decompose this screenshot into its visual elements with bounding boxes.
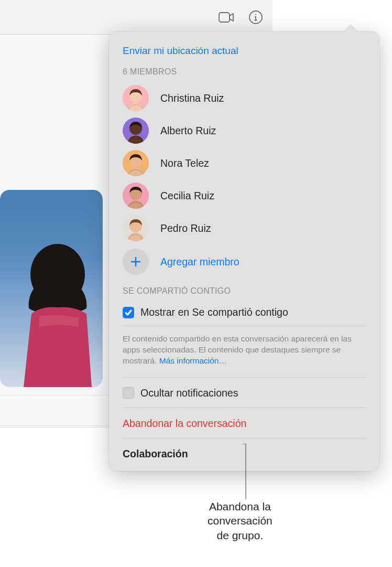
info-icon[interactable] bbox=[247, 9, 264, 26]
leave-conversation-row: Abandonar la conversación bbox=[123, 408, 366, 438]
show-in-shared-row[interactable]: Mostrar en Se compartió contigo bbox=[123, 301, 366, 326]
chat-toolbar bbox=[0, 0, 273, 35]
shared-header: SE COMPARTIÓ CONTIGO bbox=[123, 286, 366, 301]
show-in-shared-label: Mostrar en Se compartió contigo bbox=[140, 306, 288, 318]
popover-arrow bbox=[344, 25, 357, 32]
avatar bbox=[123, 117, 149, 144]
divider bbox=[0, 425, 119, 426]
member-row[interactable]: Alberto Ruiz bbox=[123, 114, 366, 147]
video-call-icon[interactable] bbox=[218, 9, 235, 26]
member-row[interactable]: Christina Ruiz bbox=[123, 82, 366, 114]
silhouette-icon bbox=[16, 224, 100, 387]
hide-notifications-row[interactable]: Ocultar notificaciones bbox=[123, 377, 366, 408]
hide-notifications-label: Ocultar notificaciones bbox=[140, 387, 238, 399]
collaboration-label: Colaboración bbox=[123, 448, 188, 459]
avatar bbox=[123, 85, 149, 111]
members-header: 6 MIEMBROS bbox=[123, 67, 366, 82]
add-member-label: Agregar miembro bbox=[160, 256, 239, 268]
avatar bbox=[123, 183, 149, 209]
add-member-button[interactable]: Agregar miembro bbox=[123, 244, 366, 282]
shared-description: El contenido compartido en esta conversa… bbox=[123, 326, 366, 377]
divider bbox=[0, 395, 119, 395]
member-row[interactable]: Nora Telez bbox=[123, 147, 366, 179]
member-name: Christina Ruiz bbox=[160, 92, 224, 104]
more-info-link[interactable]: Más información… bbox=[159, 356, 227, 365]
show-in-shared-checkbox[interactable] bbox=[123, 307, 134, 318]
member-name: Alberto Ruiz bbox=[160, 125, 216, 137]
svg-point-2 bbox=[255, 14, 256, 15]
leave-conversation-button[interactable]: Abandonar la conversación bbox=[123, 418, 246, 429]
member-name: Pedro Ruiz bbox=[160, 222, 211, 234]
callout-text: Abandona laconversaciónde grupo. bbox=[208, 500, 273, 541]
hide-notifications-checkbox[interactable] bbox=[123, 387, 134, 399]
chat-image-thumbnail bbox=[0, 190, 103, 387]
member-row[interactable]: Pedro Ruiz bbox=[123, 212, 366, 244]
collaboration-row[interactable]: Colaboración bbox=[123, 438, 366, 469]
avatar bbox=[123, 150, 149, 176]
svg-rect-0 bbox=[219, 13, 230, 22]
plus-icon bbox=[123, 249, 149, 275]
shared-desc-text: El contenido compartido en esta conversa… bbox=[123, 334, 352, 365]
avatar bbox=[123, 215, 149, 241]
callout-annotation: Abandona laconversaciónde grupo. bbox=[208, 499, 273, 542]
details-popover: Enviar mi ubicación actual 6 MIEMBROS Ch… bbox=[109, 31, 379, 471]
member-name: Nora Telez bbox=[160, 157, 209, 169]
share-location-link[interactable]: Enviar mi ubicación actual bbox=[123, 41, 366, 67]
member-row[interactable]: Cecilia Ruiz bbox=[123, 179, 366, 212]
member-name: Cecilia Ruiz bbox=[160, 190, 214, 202]
